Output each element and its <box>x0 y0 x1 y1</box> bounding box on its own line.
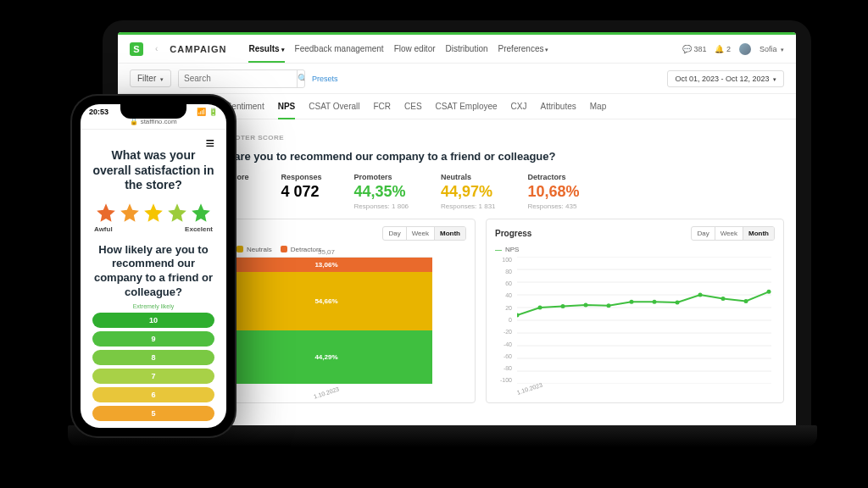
period-week[interactable]: Week <box>715 227 743 240</box>
tab-map[interactable]: Map <box>590 94 606 119</box>
nps-5[interactable]: 5 <box>92 406 214 421</box>
svg-point-13 <box>561 304 565 308</box>
app-logo[interactable]: S <box>130 42 143 56</box>
breadcrumb[interactable]: CAMPAIGN <box>170 44 226 54</box>
seg-promoters: 44,29% <box>220 330 432 384</box>
app-header: S ‹ CAMPAIGN Results▾ Feedback managemen… <box>118 35 796 64</box>
user-menu[interactable]: Sofia ▾ <box>760 45 784 53</box>
hamburger-icon[interactable]: ≡ <box>205 135 214 152</box>
svg-point-16 <box>630 299 634 303</box>
svg-point-14 <box>584 302 588 307</box>
nav-feedback[interactable]: Feedback management <box>295 36 384 62</box>
line-chart: 100806040200-20-40-60-80-100 <box>495 257 775 396</box>
metric-promoters: Promoters 44,35% Responses: 1 806 <box>354 173 409 210</box>
nav-results[interactable]: Results▾ <box>248 36 284 62</box>
period-week[interactable]: Week <box>406 227 434 240</box>
likely-label: Extremely likely <box>92 303 214 309</box>
tab-cxj[interactable]: CXJ <box>511 94 527 119</box>
filter-button[interactable]: Filter ▾ <box>130 69 171 87</box>
period-month[interactable]: Month <box>434 227 465 240</box>
chat-icon[interactable]: 💬 381 <box>682 45 707 53</box>
header-right: 💬 381 🔔 2 Sofia ▾ <box>682 43 784 55</box>
seg-detractors: 13,06% <box>220 258 432 273</box>
progress-legend: — NPS <box>495 246 775 253</box>
period-toggle[interactable]: Day Week Month <box>382 226 466 241</box>
nps-7[interactable]: 7 <box>92 369 214 384</box>
phone-time: 20:53 <box>89 108 108 116</box>
nps-10[interactable]: 10 <box>92 313 214 328</box>
avatar[interactable] <box>739 43 751 55</box>
tab-fcr[interactable]: FCR <box>373 94 391 119</box>
period-toggle[interactable]: Day Week Month <box>691 226 775 241</box>
card-title: Progress <box>495 229 531 238</box>
nps-6[interactable]: 6 <box>92 387 214 402</box>
stacked-bar-chart: 55,07 13,06% 54,66% 44,29% 1.10.2023 <box>220 257 432 384</box>
svg-point-22 <box>767 289 771 293</box>
svg-point-18 <box>676 300 680 304</box>
metric-neutrals: Neutrals 44,97% Responses: 1 831 <box>441 173 496 210</box>
star-4[interactable] <box>166 202 188 224</box>
nps-series <box>517 289 771 317</box>
tab-csat-employee[interactable]: CSAT Employee <box>436 94 498 119</box>
svg-point-20 <box>721 297 726 301</box>
cards-row: NPS detail Day Week Month Promoters Neut… <box>177 219 784 403</box>
nps-8[interactable]: 8 <box>92 350 214 365</box>
bell-icon[interactable]: 🔔 2 <box>715 45 731 53</box>
y-axis: 100806040200-20-40-60-80-100 <box>495 257 515 384</box>
signal-icon: 📶 🔋 <box>197 108 218 116</box>
period-month[interactable]: Month <box>743 227 774 240</box>
filter-bar: Filter ▾ 🔍 Presets Oct 01, 2023 - Oct 12… <box>118 64 796 94</box>
seg-neutrals: 54,66% <box>220 272 432 330</box>
phone-screen: 20:53 📶 🔋 🔒 staffino.com ≡ What was your… <box>81 104 226 428</box>
tab-csat-overall[interactable]: CSAT Overall <box>309 94 359 119</box>
svg-point-19 <box>698 292 703 297</box>
phone-frame: 20:53 📶 🔋 🔒 staffino.com ≡ What was your… <box>72 96 235 436</box>
period-day[interactable]: Day <box>383 227 405 240</box>
primary-nav: Results▾ Feedback management Flow editor… <box>248 36 548 62</box>
survey-q1: What was your overall satisfaction in th… <box>92 148 214 193</box>
nav-distribution[interactable]: Distribution <box>446 36 488 62</box>
progress-card: Progress Day Week Month — NPS 1008060402… <box>486 219 784 403</box>
star-3[interactable] <box>142 202 164 224</box>
tab-attributes[interactable]: Attributes <box>541 94 576 119</box>
star-5[interactable] <box>190 202 212 224</box>
tab-nps[interactable]: NPS <box>278 94 296 119</box>
nps-9[interactable]: 9 <box>92 331 214 347</box>
star-1[interactable] <box>95 202 117 224</box>
breadcrumb-separator: ‹ <box>155 44 158 53</box>
metric-detractors: Detractors 10,68% Responses: 435 <box>528 173 580 210</box>
svg-point-15 <box>607 303 611 308</box>
search-icon[interactable]: 🔍 <box>297 70 305 87</box>
nps-question: How likely are you to recommend our comp… <box>177 150 784 163</box>
nav-flow[interactable]: Flow editor <box>394 36 436 62</box>
svg-point-12 <box>538 305 542 309</box>
star-scale-labels: AwfulExcelent <box>92 225 214 238</box>
svg-point-21 <box>744 299 748 303</box>
survey-q2: How likely are you to recommend our comp… <box>92 243 214 301</box>
metric-responses: Responses 4 072 <box>281 173 322 210</box>
phone-notch <box>120 104 186 119</box>
tab-ces[interactable]: CES <box>404 94 422 119</box>
svg-point-17 <box>653 299 657 303</box>
search-field[interactable] <box>179 70 297 87</box>
metrics-row: Net Promoter Score 7 Responses 4 072 Pro… <box>177 173 784 210</box>
star-2[interactable] <box>119 202 141 224</box>
period-day[interactable]: Day <box>692 227 714 240</box>
date-range-picker[interactable]: Oct 01, 2023 - Oct 12, 2023 ▾ <box>667 70 784 87</box>
search-input[interactable]: 🔍 <box>178 69 305 88</box>
nav-preferences[interactable]: Preferences▾ <box>498 36 549 62</box>
presets-link[interactable]: Presets <box>312 75 338 83</box>
star-rating[interactable] <box>92 202 214 224</box>
